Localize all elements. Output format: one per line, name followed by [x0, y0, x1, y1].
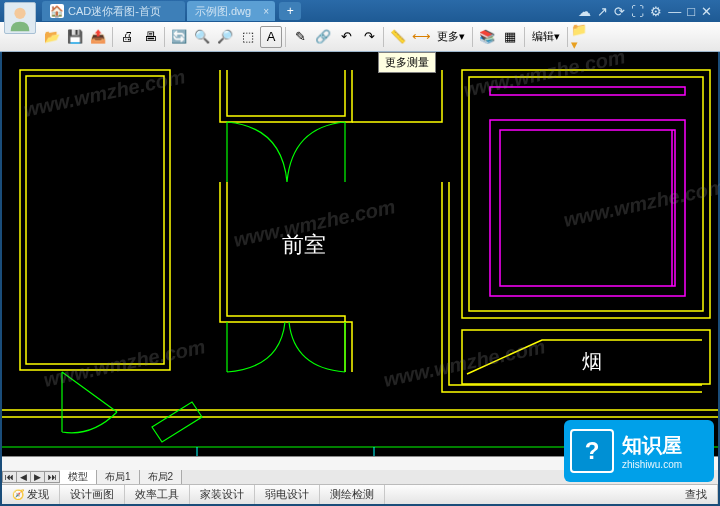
- tab-label: 示例图.dwg: [195, 4, 251, 19]
- svg-rect-4: [469, 77, 703, 311]
- tab-file[interactable]: 示例图.dwg ×: [187, 1, 275, 21]
- settings-icon[interactable]: ⚙: [650, 4, 662, 19]
- svg-rect-11: [500, 130, 675, 286]
- svg-rect-2: [26, 76, 164, 364]
- minimize-icon[interactable]: —: [668, 4, 681, 19]
- room-label-2: 烟: [582, 350, 602, 372]
- compass-icon: 🧭: [12, 489, 24, 500]
- layout1-tab[interactable]: 布局1: [97, 470, 140, 484]
- undo-button[interactable]: ↶: [335, 26, 357, 48]
- zoom-out-button[interactable]: 🔎: [214, 26, 236, 48]
- status-survey[interactable]: 测绘检测: [320, 485, 385, 504]
- status-efficiency[interactable]: 效率工具: [125, 485, 190, 504]
- question-icon: ?: [570, 429, 614, 473]
- open-button[interactable]: 📂: [41, 26, 63, 48]
- pencil-button[interactable]: ✎: [289, 26, 311, 48]
- user-avatar[interactable]: [4, 2, 36, 34]
- home-icon: 🏠: [50, 4, 64, 18]
- refresh-icon[interactable]: ⟳: [614, 4, 625, 19]
- svg-point-0: [14, 8, 25, 19]
- status-design[interactable]: 设计画图: [60, 485, 125, 504]
- room-label-1: 前室: [282, 232, 326, 257]
- brand-badge[interactable]: ? 知识屋 zhishiwu.com: [564, 420, 714, 482]
- status-bar: 🧭发现 设计画图 效率工具 家装设计 弱电设计 测绘检测 查找: [2, 484, 718, 504]
- tab-label: CAD迷你看图-首页: [68, 4, 161, 19]
- svg-rect-10: [490, 120, 685, 296]
- save-button[interactable]: 💾: [64, 26, 86, 48]
- badge-sub: zhishiwu.com: [622, 459, 682, 470]
- redo-button[interactable]: ↷: [358, 26, 380, 48]
- tooltip: 更多测量: [378, 52, 436, 73]
- layers-button[interactable]: 📚: [476, 26, 498, 48]
- more-button[interactable]: 更多▾: [433, 26, 469, 48]
- tab-home[interactable]: 🏠 CAD迷你看图-首页: [42, 1, 185, 21]
- window-controls: ☁ ↗ ⟳ ⛶ ⚙ — □ ✕: [578, 4, 720, 19]
- status-search[interactable]: 查找: [675, 485, 718, 504]
- blocks-button[interactable]: ▦: [499, 26, 521, 48]
- link-button[interactable]: 🔗: [312, 26, 334, 48]
- status-home[interactable]: 家装设计: [190, 485, 255, 504]
- maximize-icon[interactable]: □: [687, 4, 695, 19]
- dimension-button[interactable]: ⟷: [410, 26, 432, 48]
- print-button[interactable]: 🖨: [116, 26, 138, 48]
- nav-next-icon[interactable]: ▶: [31, 472, 45, 482]
- print-area-button[interactable]: 🖶: [139, 26, 161, 48]
- nav-prev-icon[interactable]: ◀: [17, 472, 31, 482]
- measure-button[interactable]: 📏: [387, 26, 409, 48]
- nav-first-icon[interactable]: ⏮: [3, 472, 17, 482]
- nav-last-icon[interactable]: ⏭: [45, 472, 59, 482]
- zoom-window-button[interactable]: ⬚: [237, 26, 259, 48]
- badge-title: 知识屋: [622, 432, 682, 459]
- zoom-extents-button[interactable]: 🔄: [168, 26, 190, 48]
- model-tab[interactable]: 模型: [60, 470, 97, 484]
- status-elec[interactable]: 弱电设计: [255, 485, 320, 504]
- new-tab-button[interactable]: +: [279, 2, 301, 20]
- drawing-canvas[interactable]: 前室 烟 www.wmzhe.com www.wmzhe.com www.wmz…: [2, 52, 718, 456]
- export-button[interactable]: 📤: [87, 26, 109, 48]
- zoom-in-button[interactable]: 🔍: [191, 26, 213, 48]
- title-bar: 🏠 CAD迷你看图-首页 示例图.dwg × + ☁ ↗ ⟳ ⛶ ⚙ — □ ✕: [0, 0, 720, 22]
- fullscreen-icon[interactable]: ⛶: [631, 4, 644, 19]
- layout2-tab[interactable]: 布局2: [140, 470, 183, 484]
- status-discover[interactable]: 🧭发现: [2, 485, 60, 504]
- svg-rect-9: [490, 87, 685, 95]
- close-icon[interactable]: ×: [263, 6, 269, 17]
- svg-rect-3: [462, 70, 710, 318]
- svg-rect-1: [20, 70, 170, 370]
- close-icon[interactable]: ✕: [701, 4, 712, 19]
- folder-button[interactable]: 📁▾: [571, 26, 593, 48]
- toolbar: 📂 💾 📤 🖨 🖶 🔄 🔍 🔎 ⬚ A ✎ 🔗 ↶ ↷ 📏 ⟷ 更多▾ 📚 ▦ …: [0, 22, 720, 52]
- cloud-icon[interactable]: ☁: [578, 4, 591, 19]
- text-button[interactable]: A: [260, 26, 282, 48]
- share-icon[interactable]: ↗: [597, 4, 608, 19]
- layout-nav: ⏮ ◀ ▶ ⏭: [2, 471, 60, 483]
- edit-button[interactable]: 编辑▾: [528, 26, 564, 48]
